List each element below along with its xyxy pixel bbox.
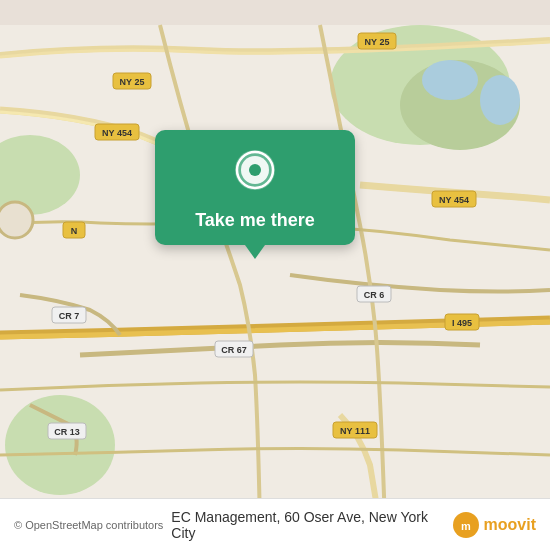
svg-text:NY 25: NY 25 bbox=[120, 77, 145, 87]
moovit-logo: m moovit bbox=[452, 511, 536, 539]
svg-text:CR 13: CR 13 bbox=[54, 427, 80, 437]
svg-text:N: N bbox=[71, 226, 78, 236]
take-me-there-card[interactable]: Take me there bbox=[155, 130, 355, 245]
svg-text:NY 111: NY 111 bbox=[340, 426, 370, 436]
bottom-bar: © OpenStreetMap contributors EC Manageme… bbox=[0, 498, 550, 550]
svg-text:CR 67: CR 67 bbox=[221, 345, 247, 355]
map-container: NY 25 NY 25 NY 454 NY 454 N CR 7 CR 6 CR… bbox=[0, 0, 550, 550]
svg-text:NY 454: NY 454 bbox=[439, 195, 469, 205]
location-text: EC Management, 60 Oser Ave, New York Cit… bbox=[171, 509, 451, 541]
copyright-text: © OpenStreetMap contributors bbox=[14, 519, 163, 531]
svg-text:NY 454: NY 454 bbox=[102, 128, 132, 138]
map-background: NY 25 NY 25 NY 454 NY 454 N CR 7 CR 6 CR… bbox=[0, 0, 550, 550]
svg-text:m: m bbox=[461, 520, 471, 532]
moovit-text: moovit bbox=[484, 516, 536, 534]
svg-text:CR 7: CR 7 bbox=[59, 311, 80, 321]
location-pin-icon bbox=[229, 148, 281, 200]
svg-text:I 495: I 495 bbox=[452, 318, 472, 328]
svg-point-3 bbox=[422, 60, 478, 100]
svg-point-7 bbox=[0, 202, 33, 238]
svg-text:CR 6: CR 6 bbox=[364, 290, 385, 300]
svg-point-32 bbox=[249, 164, 261, 176]
svg-text:NY 25: NY 25 bbox=[365, 37, 390, 47]
moovit-icon: m bbox=[452, 511, 480, 539]
svg-point-4 bbox=[480, 75, 520, 125]
svg-point-6 bbox=[5, 395, 115, 495]
take-me-there-label: Take me there bbox=[195, 210, 315, 231]
